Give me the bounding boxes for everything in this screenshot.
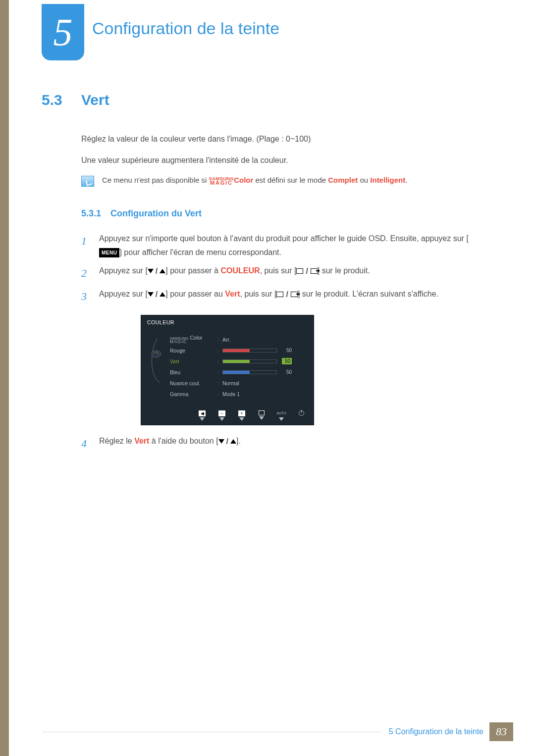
footer-chapter-label: 5 Configuration de la teinte <box>389 727 483 736</box>
step-number: 1 <box>81 232 92 258</box>
intro-line-2: Une valeur supérieure augmentera l'inten… <box>81 153 487 167</box>
step-3: 3 Appuyez sur [/] pour passer au Vert, p… <box>81 287 487 305</box>
source-enter-icon: / <box>276 288 297 301</box>
osd-bleu-label: Bleu <box>170 369 217 375</box>
down-up-arrow-icon: / <box>218 435 236 448</box>
menu-button-icon: MENU <box>99 248 119 257</box>
svg-point-1 <box>154 353 156 354</box>
magic-bot: MAGIC <box>210 181 233 185</box>
osd-btn-back: ◀ <box>197 410 208 421</box>
step-1: 1 Appuyez sur n'importe quel bouton à l'… <box>81 232 487 258</box>
osd-rouge-value: 50 <box>282 348 292 353</box>
note-ou: ou <box>358 176 370 184</box>
osd-bleu-bar <box>222 370 277 374</box>
osd-footer-buttons: ◀ − + AUTO <box>141 408 314 425</box>
step2-text-d: ] sur le produit. <box>318 266 370 275</box>
section-number: 5.3 <box>42 92 81 108</box>
chapter-number-badge: 5 <box>42 4 84 60</box>
intro-line-1: Réglez la valeur de la couleur verte dan… <box>81 132 487 146</box>
osd-rouge-label: Rouge <box>170 348 217 353</box>
osd-magiccolor-value: Arr. <box>222 337 230 343</box>
osd-nuance-value: Normal <box>222 380 239 386</box>
step3-text-a: Appuyez sur [ <box>99 290 148 298</box>
step-number: 3 <box>81 287 92 305</box>
note-intelligent: Intelligent <box>370 176 405 184</box>
left-stripe <box>0 0 9 756</box>
note-pre: Ce menu n'est pas disponible si <box>102 176 209 184</box>
step-4: 4 Réglez le Vert à l'aide du bouton [/]. <box>81 434 487 453</box>
osd-title: COULEUR <box>141 315 314 327</box>
note-icon <box>81 176 94 187</box>
osd-vert-bar <box>222 359 277 363</box>
chapter-number: 5 <box>54 10 73 54</box>
page-footer: 5 Configuration de la teinte 83 <box>43 722 513 741</box>
note-text: Ce menu n'est pas disponible si SAMSUNGM… <box>102 175 407 186</box>
step-2: 2 Appuyez sur [/] pour passer à COULEUR,… <box>81 264 487 282</box>
osd-vert-value: 50 <box>282 358 292 364</box>
step3-text-d: ] sur le produit. L'écran suivant s'affi… <box>298 290 438 298</box>
osd-btn-enter <box>256 410 267 421</box>
section-title: Vert <box>81 92 109 108</box>
svg-point-2 <box>157 352 158 353</box>
step2-text-b: ] pour passer à <box>165 266 220 275</box>
source-enter-icon: / <box>296 264 317 278</box>
down-up-arrow-icon: / <box>148 288 165 301</box>
magic-suffix: Color <box>234 176 253 184</box>
osd-bleu-value: 50 <box>282 369 292 375</box>
osd-btn-minus: − <box>216 410 227 421</box>
note-post: . <box>405 176 407 184</box>
step3-text-b: ] pour passer au <box>165 290 225 298</box>
step-number: 2 <box>81 264 92 282</box>
step4-text-a: Réglez le <box>99 437 134 445</box>
osd-row-nuance: Nuance coul. : Normal <box>170 378 307 389</box>
power-icon <box>299 410 304 416</box>
step4-text-c: ]. <box>236 437 241 445</box>
osd-btn-plus: + <box>236 410 247 421</box>
osd-btn-power <box>296 410 307 421</box>
osd-gamma-value: Mode 1 <box>222 391 240 397</box>
note-complet: Complet <box>328 176 358 184</box>
chapter-title: Configuration de la teinte <box>92 19 279 38</box>
step4-keyword: Vert <box>134 437 149 445</box>
osd-screenshot: COULEUR SAMSUNGMAGIC Color : Arr. Rouge … <box>141 315 314 425</box>
osd-gamma-label: Gamma <box>170 391 217 397</box>
subsection-heading: 5.3.1 Configuration du Vert <box>81 208 487 219</box>
osd-row-vert: Vert : 50 <box>170 356 307 367</box>
step2-text-c: , puis sur [ <box>260 266 297 275</box>
osd-vert-label: Vert <box>170 358 217 364</box>
osd-rouge-bar <box>222 349 277 353</box>
subsection-title: Configuration du Vert <box>110 208 202 218</box>
osd-row-bleu: Bleu : 50 <box>170 367 307 378</box>
page-number: 83 <box>489 722 513 741</box>
step3-keyword: Vert <box>225 290 240 298</box>
step2-keyword: COULEUR <box>220 266 260 275</box>
step1-text-a: Appuyez sur n'importe quel bouton à l'av… <box>99 234 469 243</box>
osd-row-gamma: Gamma : Mode 1 <box>170 389 307 400</box>
svg-point-3 <box>158 353 159 355</box>
svg-point-0 <box>152 351 160 357</box>
subsection-number: 5.3.1 <box>81 208 101 218</box>
step1-text-b: ] pour afficher l'écran de menu correspo… <box>119 248 281 256</box>
osd-row-rouge: Rouge : 50 <box>170 345 307 356</box>
osd-magic-suffix: Color <box>189 335 203 341</box>
note-block: Ce menu n'est pas disponible si SAMSUNGM… <box>81 175 487 187</box>
samsung-magic-logo: SAMSUNGMAGIC <box>209 177 234 185</box>
step2-text-a: Appuyez sur [ <box>99 266 148 275</box>
step-number: 4 <box>81 434 92 453</box>
note-mid: est défini sur le mode <box>253 176 328 184</box>
osd-palette-icon <box>148 334 166 400</box>
step3-text-c: , puis sur [ <box>240 290 277 298</box>
osd-magic-logo: SAMSUNGMAGIC <box>170 337 189 344</box>
down-up-arrow-icon: / <box>148 264 165 278</box>
footer-rule <box>43 732 381 732</box>
osd-nuance-label: Nuance coul. <box>170 380 217 386</box>
step4-text-b: à l'aide du bouton [ <box>149 437 218 445</box>
osd-row-magiccolor: SAMSUNGMAGIC Color : Arr. <box>170 334 307 345</box>
osd-btn-auto: AUTO <box>276 410 287 421</box>
